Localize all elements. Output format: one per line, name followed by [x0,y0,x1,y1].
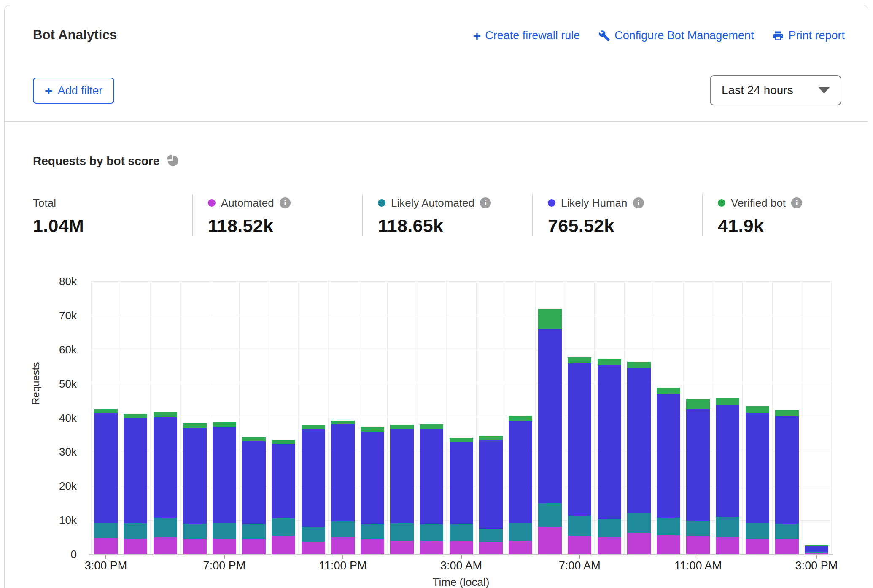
bar-segment-verified-bot[interactable] [213,422,236,427]
bar-segment-likely-human[interactable] [805,546,828,552]
bar-segment-verified-bot[interactable] [716,398,739,405]
bar-12-00-am[interactable] [361,427,384,554]
bar-4-00-pm[interactable] [124,414,147,554]
bar-segment-automated[interactable] [479,542,503,554]
bar-segment-automated[interactable] [420,541,443,554]
bar-2-00-am[interactable] [420,424,443,554]
bar-4-00-am[interactable] [479,436,503,554]
bar-segment-likely-human[interactable] [509,421,532,523]
bar-segment-likely-automated[interactable] [272,518,295,536]
bar-segment-verified-bot[interactable] [627,362,651,368]
bar-segment-automated[interactable] [242,539,266,554]
bar-11-00-am[interactable] [686,399,710,554]
bar-segment-likely-human[interactable] [213,427,236,523]
bar-segment-likely-automated[interactable] [568,516,591,536]
bar-segment-verified-bot[interactable] [746,406,769,413]
bar-segment-likely-automated[interactable] [390,523,414,541]
time-range-dropdown[interactable]: Last 24 hours [710,75,841,105]
bar-segment-automated[interactable] [154,537,177,554]
bar-segment-automated[interactable] [124,539,147,554]
bar-segment-likely-human[interactable] [302,429,325,527]
bar-segment-likely-automated[interactable] [331,521,355,537]
bar-segment-automated[interactable] [568,536,591,554]
bar-segment-likely-automated[interactable] [627,513,651,533]
bar-segment-likely-human[interactable] [331,424,355,521]
bar-segment-likely-human[interactable] [420,429,443,524]
bar-segment-likely-human[interactable] [716,405,739,517]
bar-8-00-pm[interactable] [242,437,266,554]
bar-segment-verified-bot[interactable] [272,440,295,444]
bar-segment-likely-automated[interactable] [509,523,532,541]
bar-segment-verified-bot[interactable] [361,427,384,432]
add-filter-button[interactable]: + Add filter [33,78,114,104]
bar-segment-likely-automated[interactable] [450,524,473,541]
bar-segment-likely-automated[interactable] [420,524,443,541]
bar-segment-likely-automated[interactable] [775,524,799,539]
bar-segment-likely-automated[interactable] [538,503,562,527]
bar-segment-automated[interactable] [272,536,295,554]
bar-segment-verified-bot[interactable] [183,423,207,428]
bar-segment-automated[interactable] [183,539,207,554]
bar-segment-likely-human[interactable] [479,440,503,528]
bar-segment-likely-automated[interactable] [686,521,710,536]
bar-11-00-pm[interactable] [331,421,355,554]
bar-segment-verified-bot[interactable] [479,436,503,440]
bar-8-00-am[interactable] [598,359,621,554]
bar-segment-verified-bot[interactable] [154,412,177,417]
bar-10-00-am[interactable] [657,388,680,554]
bar-segment-automated[interactable] [716,537,739,554]
bar-segment-verified-bot[interactable] [568,357,591,364]
bar-segment-verified-bot[interactable] [94,409,118,414]
bar-segment-likely-human[interactable] [450,442,473,524]
bar-segment-likely-human[interactable] [183,428,207,524]
bar-9-00-pm[interactable] [272,440,295,554]
bar-segment-verified-bot[interactable] [450,438,473,442]
info-icon[interactable]: i [280,197,291,208]
bar-segment-likely-human[interactable] [657,394,680,518]
bar-segment-verified-bot[interactable] [331,421,355,424]
bar-1-00-am[interactable] [390,425,414,554]
bar-3-00-pm[interactable] [94,409,118,554]
bar-segment-likely-automated[interactable] [242,524,266,539]
bar-segment-automated[interactable] [627,533,651,554]
bar-segment-likely-automated[interactable] [598,519,621,538]
bar-6-00-pm[interactable] [183,423,207,554]
bar-segment-automated[interactable] [390,541,414,554]
bar-segment-likely-automated[interactable] [479,529,503,542]
bar-segment-automated[interactable] [598,537,621,554]
bar-5-00-pm[interactable] [154,412,177,554]
bar-segment-likely-human[interactable] [775,416,799,524]
bar-segment-verified-bot[interactable] [509,416,532,421]
bar-segment-automated[interactable] [657,535,680,554]
bar-segment-likely-automated[interactable] [213,523,236,538]
bar-segment-likely-human[interactable] [272,444,295,518]
bar-segment-automated[interactable] [509,541,532,554]
create-firewall-rule-link[interactable]: + Create firewall rule [473,29,580,42]
bar-3-00-pm[interactable] [805,545,828,554]
bar-segment-verified-bot[interactable] [420,424,443,429]
bar-segment-verified-bot[interactable] [538,309,562,329]
bar-6-00-am[interactable] [538,309,562,554]
bar-segment-likely-automated[interactable] [94,523,118,538]
bar-segment-likely-automated[interactable] [361,524,384,539]
bar-7-00-pm[interactable] [213,422,236,554]
bar-segment-automated[interactable] [538,527,562,554]
bar-segment-likely-automated[interactable] [746,523,769,539]
bar-segment-likely-human[interactable] [686,409,710,521]
bar-9-00-am[interactable] [627,362,651,554]
bar-segment-likely-human[interactable] [94,413,118,523]
bar-segment-automated[interactable] [450,541,473,554]
bar-segment-verified-bot[interactable] [775,410,799,416]
bar-segment-likely-automated[interactable] [183,524,207,539]
info-icon[interactable]: i [791,197,802,208]
bar-segment-likely-automated[interactable] [124,523,147,539]
bar-segment-likely-human[interactable] [746,413,769,523]
bar-segment-likely-automated[interactable] [154,518,177,538]
bar-3-00-am[interactable] [450,438,473,554]
bar-segment-verified-bot[interactable] [657,388,680,394]
bar-segment-verified-bot[interactable] [598,359,621,365]
bar-segment-likely-human[interactable] [390,429,414,523]
bar-segment-likely-human[interactable] [568,363,591,516]
bar-segment-likely-human[interactable] [154,417,177,518]
configure-bot-management-link[interactable]: Configure Bot Management [598,29,754,42]
